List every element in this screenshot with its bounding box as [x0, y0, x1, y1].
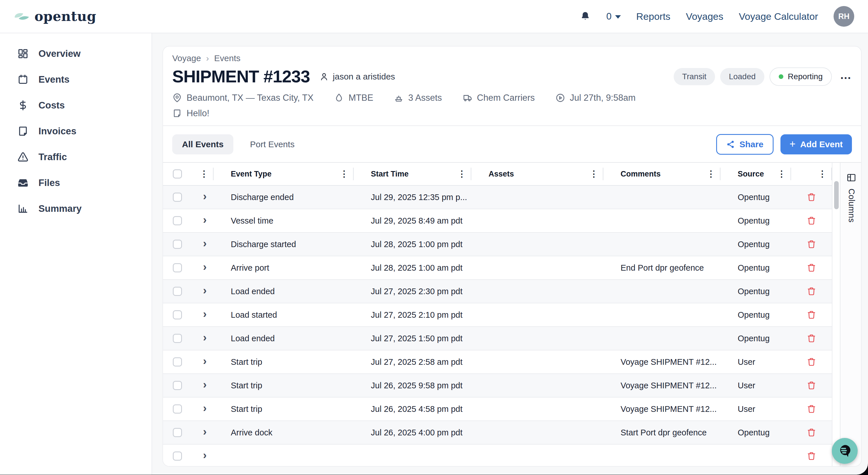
sidebar-item-costs[interactable]: Costs [0, 92, 152, 118]
opentug-logo[interactable]: opentug [14, 9, 96, 24]
delete-row-icon[interactable] [807, 334, 816, 343]
map-pin-icon [172, 93, 182, 103]
sidebar-item-summary[interactable]: Summary [0, 196, 152, 222]
events-table: ⋮ Event Type ⋮ Start Time ⋮ As [163, 162, 861, 466]
notification-bell-icon[interactable] [580, 11, 591, 22]
delete-row-icon[interactable] [807, 216, 816, 226]
expand-row-icon[interactable]: › [203, 309, 207, 321]
tab-port-events[interactable]: Port Events [240, 134, 304, 154]
table-row[interactable]: › [163, 445, 832, 466]
sidebar-item-traffic[interactable]: Traffic [0, 144, 152, 170]
delete-row-icon[interactable] [807, 404, 816, 414]
delete-row-icon[interactable] [807, 451, 816, 461]
row-checkbox[interactable] [173, 404, 182, 414]
status-badge-transit[interactable]: Transit [674, 68, 715, 85]
row-checkbox[interactable] [173, 263, 182, 273]
delete-row-icon[interactable] [807, 286, 816, 296]
sidebar: Overview Events Costs Invoices Traffic F… [0, 33, 152, 475]
share-button[interactable]: Share [716, 134, 773, 155]
delete-row-icon[interactable] [807, 428, 816, 437]
expand-row-icon[interactable]: › [203, 332, 207, 345]
delete-row-icon[interactable] [807, 310, 816, 320]
expand-row-icon[interactable]: › [203, 426, 207, 439]
column-menu-icon[interactable]: ⋮ [453, 170, 471, 178]
row-checkbox[interactable] [173, 428, 182, 437]
cell-start-time: Jul 27, 2025 2:30 pm pdt [353, 287, 471, 296]
breadcrumb-events[interactable]: Events [214, 53, 241, 63]
header-assets[interactable]: Assets ⋮ [471, 163, 603, 185]
header-comments[interactable]: Comments ⋮ [603, 163, 720, 185]
expand-row-icon[interactable]: › [203, 379, 207, 392]
cell-source: Opentug [720, 334, 791, 343]
column-menu-icon[interactable]: ⋮ [195, 170, 213, 178]
row-checkbox[interactable] [173, 240, 182, 249]
status-badge-loaded[interactable]: Loaded [720, 68, 764, 85]
delete-row-icon[interactable] [807, 192, 816, 202]
breadcrumb-voyage[interactable]: Voyage [172, 53, 201, 63]
note-icon [172, 108, 182, 118]
header-start-time[interactable]: Start Time ⋮ [353, 163, 471, 185]
sidebar-item-overview[interactable]: Overview [0, 41, 152, 67]
nav-reports[interactable]: Reports [637, 11, 671, 22]
cell-event-type: Start trip [214, 381, 353, 390]
row-checkbox[interactable] [173, 381, 182, 390]
sidebar-item-invoices[interactable]: Invoices [0, 118, 152, 144]
expand-row-icon[interactable]: › [203, 214, 207, 227]
header-event-type[interactable]: Event Type ⋮ [214, 163, 353, 185]
user-avatar[interactable]: RH [834, 6, 854, 27]
expand-row-icon[interactable]: › [203, 403, 207, 415]
table-row[interactable]: › Start trip Jul 26, 2025 9:58 pm pdt Vo… [163, 374, 832, 398]
nav-voyages[interactable]: Voyages [686, 11, 723, 22]
column-menu-icon[interactable]: ⋮ [813, 170, 831, 178]
delete-row-icon[interactable] [807, 263, 816, 273]
table-row[interactable]: › Discharge ended Jul 29, 2025 12:35 pm … [163, 186, 832, 209]
expand-row-icon[interactable]: › [203, 450, 207, 463]
row-checkbox[interactable] [173, 357, 182, 367]
more-options-icon[interactable]: … [840, 69, 852, 84]
table-row[interactable]: › Arrive dock Jul 26, 2025 4:00 pm pdt S… [163, 421, 832, 445]
row-checkbox[interactable] [173, 287, 182, 296]
row-checkbox[interactable] [173, 216, 182, 225]
table-row[interactable]: › Load started Jul 27, 2025 2:10 pm pdt … [163, 304, 832, 327]
header-source[interactable]: Source ⋮ [720, 163, 791, 185]
table-row[interactable]: › Discharge started Jul 28, 2025 1:00 pm… [163, 233, 832, 256]
table-row[interactable]: › Load ended Jul 27, 2025 1:50 pm pdt Op… [163, 327, 832, 350]
scrollbar-thumb[interactable] [834, 181, 839, 209]
expand-row-icon[interactable]: › [203, 238, 207, 251]
delete-row-icon[interactable] [807, 240, 816, 249]
tab-all-events[interactable]: All Events [172, 134, 234, 154]
expand-row-icon[interactable]: › [203, 261, 207, 274]
delete-row-icon[interactable] [807, 357, 816, 367]
row-checkbox[interactable] [173, 310, 182, 319]
row-checkbox[interactable] [173, 451, 182, 461]
column-menu-icon[interactable]: ⋮ [702, 170, 720, 178]
table-row[interactable]: › Arrive port Jul 28, 2025 1:00 am pdt E… [163, 256, 832, 280]
table-row[interactable]: › Start trip Jul 27, 2025 2:58 am pdt Vo… [163, 350, 832, 374]
column-menu-icon[interactable]: ⋮ [773, 170, 790, 178]
column-menu-icon[interactable]: ⋮ [585, 170, 603, 178]
select-all-checkbox[interactable] [173, 169, 182, 179]
row-checkbox[interactable] [173, 193, 182, 202]
nav-voyage-calculator[interactable]: Voyage Calculator [739, 11, 818, 22]
delete-row-icon[interactable] [807, 381, 816, 390]
column-menu-icon[interactable]: ⋮ [335, 170, 353, 178]
status-badge-reporting[interactable]: Reporting [770, 67, 832, 86]
expand-row-icon[interactable]: › [203, 191, 207, 203]
sidebar-item-files[interactable]: Files [0, 170, 152, 196]
sidebar-item-events[interactable]: Events [0, 67, 152, 92]
table-row[interactable]: › Load ended Jul 27, 2025 2:30 pm pdt Op… [163, 280, 832, 304]
cell-source: User [720, 404, 791, 414]
row-checkbox[interactable] [173, 334, 182, 343]
chat-support-button[interactable] [832, 438, 858, 464]
notification-count-dropdown[interactable]: 0 [606, 11, 621, 22]
add-event-button[interactable]: + Add Event [780, 134, 852, 154]
columns-panel-toggle[interactable]: Columns [840, 163, 862, 466]
table-row[interactable]: › Start trip Jul 26, 2025 4:58 pm pdt Vo… [163, 398, 832, 421]
cell-actions [791, 428, 832, 437]
sidebar-label: Events [38, 74, 69, 85]
table-row[interactable]: › Vessel time Jul 29, 2025 8:49 am pdt O… [163, 209, 832, 233]
cell-source: Opentug [720, 240, 791, 249]
expand-row-icon[interactable]: › [203, 285, 207, 297]
expand-row-icon[interactable]: › [203, 356, 207, 368]
cell-actions [791, 404, 832, 414]
